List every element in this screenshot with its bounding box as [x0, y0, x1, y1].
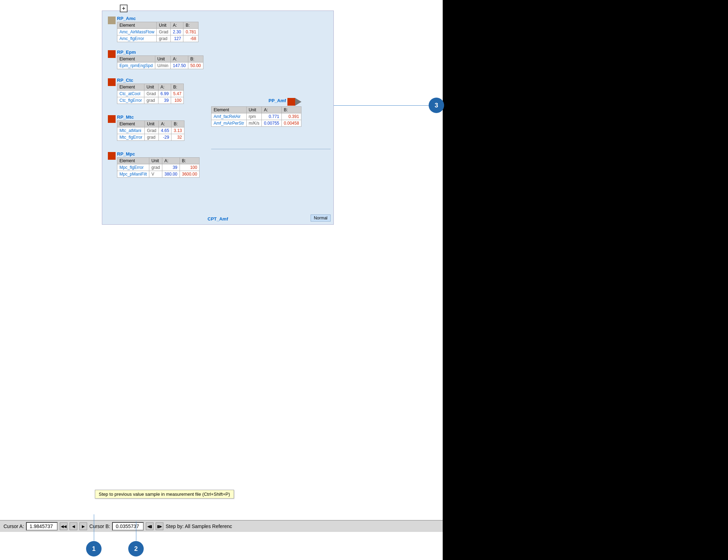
- rp-ctc-table: Element Unit A: B: Ctc_atCool Grad 6.99 …: [117, 84, 184, 104]
- cell-unit: rpm: [246, 113, 262, 120]
- play-button[interactable]: ▶: [79, 522, 87, 530]
- cell-b: 100: [180, 164, 199, 171]
- cell-element: Amc_AirMassFlow: [117, 29, 157, 35]
- step-first-button[interactable]: ◀◀: [60, 522, 67, 530]
- pp-amf-title: PP_Amf: [268, 98, 286, 103]
- rp-epm-header-a: A:: [171, 56, 188, 62]
- rp-mtc-block: RP_Mtc Element Unit A: B: Mtc_atMani Gra…: [108, 114, 184, 141]
- pp-amf-block: PP_Amf Element Unit A: B: Amf_facRelAir …: [211, 98, 301, 127]
- cell-element: Amc_flgError: [117, 35, 157, 42]
- rp-ctc-block: RP_Ctc Element Unit A: B: Ctc_atCool Gra…: [108, 78, 184, 104]
- rp-mtc-header-a: A:: [159, 121, 171, 127]
- cell-unit: U/min: [155, 62, 170, 69]
- diagram-panel: + RP_Amc Element Unit A: B: Amc_AirMassF…: [102, 11, 334, 225]
- cell-b: 0.781: [183, 29, 199, 35]
- cell-unit: grad: [144, 97, 158, 104]
- annotation-1-circle: 1: [86, 541, 102, 556]
- rp-mpc-header-a: A:: [162, 158, 180, 164]
- cell-a: 4.65: [159, 127, 171, 134]
- table-row: Amf_mAirPerStr m/K/s 0.00755 0.00458: [212, 120, 301, 127]
- cell-b: -68: [183, 35, 199, 42]
- rp-amc-block: RP_Amc Element Unit A: B: Amc_AirMassFlo…: [108, 16, 199, 42]
- cell-unit: grad: [157, 35, 171, 42]
- rp-mpc-title: RP_Mpc: [117, 151, 200, 157]
- rp-mtc-header-b: B:: [171, 121, 184, 127]
- rp-ctc-title: RP_Ctc: [117, 78, 184, 83]
- cursor-bar: Cursor A: 1.9845737 ◀◀ ◀ ▶ Cursor B: 0.0…: [0, 520, 443, 532]
- cell-unit: m/K/s: [246, 120, 262, 127]
- table-row: Ctc_atCool Grad 6.99 5.47: [117, 91, 184, 97]
- cell-unit: Grad: [145, 127, 159, 134]
- cell-element: Ctc_flgError: [117, 97, 144, 104]
- cell-unit: grad: [145, 134, 159, 141]
- rp-mpc-indicator: [108, 152, 116, 160]
- cursor-a-value: 1.9845737: [26, 522, 58, 531]
- rp-epm-block: RP_Epm Element Unit A: B: Epm_rpmEngSpd …: [108, 50, 203, 69]
- pp-amf-header-unit: Unit: [246, 107, 262, 113]
- cell-b: 3600.00: [180, 171, 199, 178]
- table-row: Amf_facRelAir rpm 0.771 0.391: [212, 113, 301, 120]
- cell-a: 39: [162, 164, 180, 171]
- cell-element: Mtc_flgError: [117, 134, 145, 141]
- annotation-2-line: [136, 521, 136, 541]
- table-row: Epm_rpmEngSpd U/min 147.50 50.00: [117, 62, 203, 69]
- cell-element: Mpc_flgError: [117, 164, 149, 171]
- rp-epm-header-element: Element: [117, 56, 155, 62]
- cell-unit: grad: [149, 164, 162, 171]
- table-row: Amc_flgError grad 127 -68: [117, 35, 199, 42]
- cell-a: 39: [158, 97, 171, 104]
- cell-b: 0.391: [281, 113, 301, 120]
- rp-mpc-header-element: Element: [117, 158, 149, 164]
- cell-b: 100: [171, 97, 184, 104]
- cell-a: 147.50: [171, 62, 188, 69]
- rp-mtc-table: Element Unit A: B: Mtc_atMani Grad 4.65 …: [117, 120, 184, 141]
- annotation-1-line: [94, 514, 94, 541]
- cell-a: 127: [171, 35, 183, 42]
- pp-amf-header-element: Element: [212, 107, 247, 113]
- cell-a: 2.30: [171, 29, 183, 35]
- rp-epm-title: RP_Epm: [117, 50, 203, 55]
- cell-element: Mpc_pManiFilt: [117, 171, 149, 178]
- cell-a: 0.00755: [262, 120, 281, 127]
- rp-mtc-header-unit: Unit: [145, 121, 159, 127]
- cell-a: 6.99: [158, 91, 171, 97]
- cell-b: 5.47: [171, 91, 184, 97]
- step-by-label: Step by: All Samples Referenc: [165, 523, 232, 529]
- cell-b: 0.00458: [281, 120, 301, 127]
- rp-amc-header-unit: Unit: [157, 22, 171, 29]
- annotation-2-circle: 2: [128, 541, 144, 556]
- pp-amf-header-b: B:: [281, 107, 301, 113]
- rp-ctc-header-a: A:: [158, 84, 171, 91]
- table-row: Mpc_pManiFilt V 380.00 3600.00: [117, 171, 200, 178]
- annotation-3-line: [334, 105, 432, 106]
- rp-epm-header-b: B:: [188, 56, 203, 62]
- step-next-b-button[interactable]: ▮▶: [156, 522, 163, 530]
- normal-badge: Normal: [311, 215, 331, 222]
- step-prev-button[interactable]: ◀: [70, 522, 77, 530]
- arrow-right-icon: [295, 98, 301, 106]
- cell-b: 50.00: [188, 62, 203, 69]
- rp-amc-header-element: Element: [117, 22, 157, 29]
- pp-amf-indicator: [287, 98, 295, 106]
- rp-mpc-table: Element Unit A: B: Mpc_flgError grad 39 …: [117, 157, 200, 178]
- tooltip-box: Step to previous value sample in measure…: [95, 490, 234, 499]
- table-row: Amc_AirMassFlow Grad 2.30 0.781: [117, 29, 199, 35]
- cell-a: 380.00: [162, 171, 180, 178]
- rp-mpc-header-b: B:: [180, 158, 199, 164]
- plus-button[interactable]: +: [120, 5, 128, 12]
- rp-mtc-indicator: [108, 115, 116, 123]
- step-prev-b-button[interactable]: ◀▮: [146, 522, 154, 530]
- pp-amf-header-a: A:: [262, 107, 281, 113]
- cell-unit: V: [149, 171, 162, 178]
- rp-mpc-block: RP_Mpc Element Unit A: B: Mpc_flgError g…: [108, 151, 200, 178]
- cell-b: 32: [171, 134, 184, 141]
- rp-amc-header-b: B:: [183, 22, 199, 29]
- table-row: Mpc_flgError grad 39 100: [117, 164, 200, 171]
- rp-mpc-header-unit: Unit: [149, 158, 162, 164]
- cpt-label: CPT_Amf: [208, 216, 228, 222]
- rp-amc-header-a: A:: [171, 22, 183, 29]
- cell-element: Ctc_atCool: [117, 91, 144, 97]
- rp-ctc-header-unit: Unit: [144, 84, 158, 91]
- cell-a: -29: [159, 134, 171, 141]
- rp-mtc-title: RP_Mtc: [117, 114, 184, 120]
